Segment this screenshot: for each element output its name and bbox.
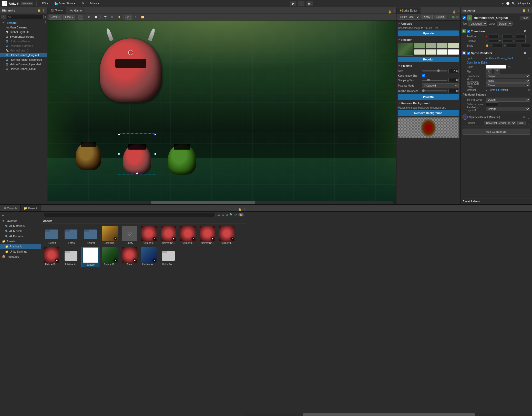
order-in-layer-input[interactable]: 5 [486,102,498,106]
sprite-editor-lock[interactable]: 🔒 [452,10,457,14]
layout-btn[interactable]: ⊞ Layout ▾ [517,2,530,5]
layer-select[interactable]: Default [497,22,513,26]
handle-ml[interactable] [118,153,120,155]
scene-hscroll-thumb[interactable] [151,201,255,204]
color-eyedropper-icon[interactable]: ✎ [508,65,511,69]
hierarchy-item-undersea-grotto[interactable]: 🖼 UnderseaGrotto [0,39,47,44]
scale-x-input[interactable]: 1 [493,44,503,47]
outline-slider-thumb[interactable] [422,89,425,92]
material-value[interactable]: Sprite-Lit-Default [489,89,508,91]
sprite-renderer-more-icon[interactable]: ⋮ [527,51,530,55]
shader-edit-btn[interactable]: Edit... [517,121,526,125]
swatch-1[interactable] [426,43,436,48]
transform-enabled-checkbox[interactable] [467,30,470,33]
hierarchy-item-helmet-upscaled[interactable]: 🖼 HelmetBronze_Upscaled [0,62,47,67]
asset-store-btn[interactable]: 🏪 Asset Store ▾ [52,1,77,6]
outline-input[interactable] [448,89,459,93]
asset-helmet-br2[interactable]: ▶ HelmetBr... [159,225,177,245]
project-add-btn[interactable]: + [0,213,41,218]
grid-toggle-btn[interactable]: ⊞ [87,15,92,20]
swatch-0[interactable] [414,43,425,48]
revert-button[interactable]: Revert [434,15,446,19]
helmet-main-group[interactable] [92,31,169,115]
helmet-small-1[interactable] [73,135,104,168]
keep-image-size-checkbox[interactable] [422,74,425,77]
tag-select[interactable]: Untagged [468,22,487,26]
project-view-1-icon[interactable]: ▤ [221,213,224,216]
asset-forest-folder[interactable]: _Forest [62,225,80,245]
add-component-button[interactable]: Add Component [463,129,530,135]
hierarchy-item-swamp[interactable]: ▼ _Swamp ⋮ [0,20,47,25]
material-component-more[interactable]: ⋮ [527,115,530,119]
sidebar-pristine-art[interactable]: 📁 Pristine Art [0,244,41,249]
scale-z-input[interactable]: 1 [520,44,530,47]
size-slider-thumb[interactable] [437,69,440,72]
swatch-7[interactable] [448,49,459,55]
sidebar-favorites[interactable]: ★ Favorites [0,218,41,223]
scene-lock-icon[interactable]: 🔒 [386,10,393,14]
camera-btn[interactable]: 📷 [102,15,108,20]
project-search-input[interactable] [43,213,216,217]
asset-helmet-br5[interactable]: ▶ HelmetBr... [218,225,236,245]
swatch-3[interactable] [448,43,459,48]
swatch-5[interactable] [426,49,436,55]
asset-helmet-br4[interactable]: ▶ HelmetBr... [198,225,216,245]
swatch-2[interactable] [437,43,448,48]
material-select-icon[interactable]: ⊙ [528,89,530,91]
sidebar-all-models[interactable]: 🔍 All Models [0,228,41,234]
scene-icon1[interactable]: ✏ [133,15,138,20]
pause-button[interactable]: ⏸ [298,1,304,6]
sprite-renderer-settings-icon[interactable]: ⚙ [524,51,526,55]
tab-scene[interactable]: 🎬 Scene [47,7,66,14]
sprite-sort-point-select[interactable]: Center [486,83,530,87]
asset-swamp-bg[interactable]: ▶ SwampB... [101,247,119,267]
inspector-lock-icon[interactable]: 🔒 [522,9,526,12]
hierarchy-item-helmet-small[interactable]: 🖼 HelmetBronze_Small [0,67,47,71]
sprite-select-icon[interactable]: ⊙ [528,57,530,60]
helmet-selected-group[interactable] [119,135,155,173]
light-btn[interactable]: ☀ [109,15,115,20]
handle-bm[interactable] [136,172,138,174]
sprite-editor-more[interactable]: ⋮ [457,10,460,14]
draw-mode-select[interactable]: Simple [486,74,530,78]
position-x-input[interactable]: 0.22 [489,35,498,38]
asset-pristine-art[interactable]: Pristine Art [62,247,80,267]
history-icon[interactable]: 🕐 [506,2,510,5]
outline-slider[interactable] [422,90,447,91]
size-input[interactable] [448,69,459,73]
gear-settings-btn[interactable]: ⚙ [79,1,86,6]
hierarchy-lock-icon[interactable]: 🔒 [37,9,41,12]
asset-helmet-br6[interactable]: ▶ HelmetBr... [43,247,60,267]
shader-more[interactable]: ⋮ [527,121,530,125]
local-global-btn[interactable]: Local ▾ [63,15,75,20]
sidebar-all-materials[interactable]: 🔍 All Materials [0,223,41,228]
bottom-scroll-thumb[interactable] [303,413,475,416]
sprite-renderer-enabled-checkbox[interactable] [467,52,470,55]
position-y-input[interactable]: -4.42 [502,35,512,38]
sampling-size-input[interactable] [448,78,459,82]
snap-btn[interactable]: 1 [78,15,84,20]
project-refresh-icon[interactable]: ⟳ [234,213,237,216]
flip-x-button[interactable]: X [486,69,492,74]
transform-more-icon[interactable]: ⋮ [527,29,530,33]
rotation-x-input[interactable]: 0 [489,39,498,43]
project-view-2-icon[interactable]: ⊞ [226,213,228,216]
material-component-settings[interactable]: ⚙ [523,116,525,119]
search-icon[interactable]: 🔍 [512,2,515,5]
pixelate-mode-select[interactable]: KCentroid [422,83,459,88]
sidebar-all-prefabs[interactable]: 🔍 All Prefabs [0,234,41,239]
2d-btn[interactable]: 2D [125,15,132,20]
hierarchy-item-helmet-original[interactable]: 🖼 HelmetBronze_Original [0,53,47,57]
helmet-green[interactable] [165,135,199,171]
recolor-button[interactable]: Recolor [398,57,459,62]
project-tab[interactable]: 📁 Project [21,205,40,211]
account-btn[interactable]: RS ▾ [40,1,50,6]
handle-tr[interactable] [154,133,156,136]
console-tab[interactable]: 🖥 Console [0,205,21,211]
scene-hscrollbar[interactable] [47,201,393,204]
scene-viewport[interactable] [47,20,396,204]
tab-game[interactable]: 🎮 Game [66,7,85,14]
shader-select[interactable]: Universal Render Pip [484,121,516,125]
hierarchy-add-btn[interactable]: + [1,15,6,19]
bottom-panel-lock-icon[interactable]: 🔒 [237,208,243,211]
